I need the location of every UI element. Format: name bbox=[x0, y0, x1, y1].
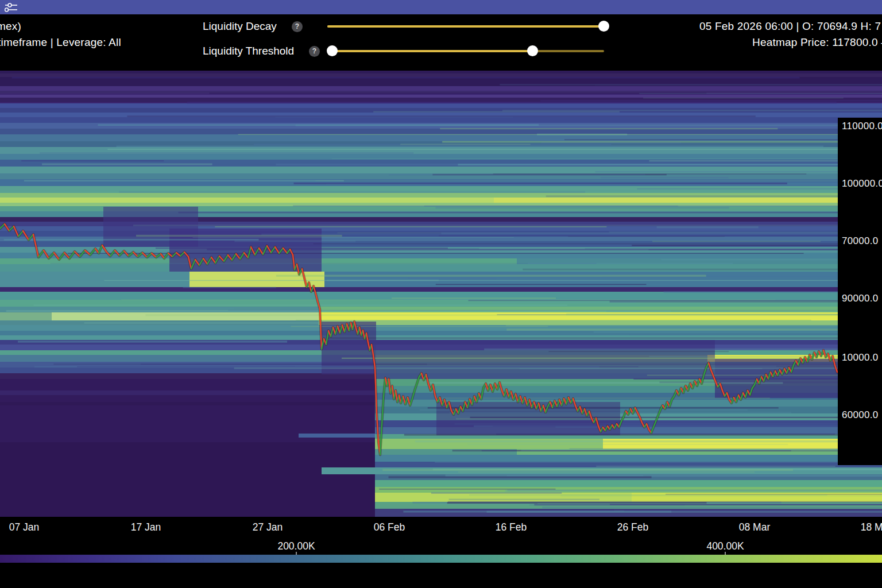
y-axis-label: 10000.0 bbox=[842, 352, 879, 363]
y-axis-label: 110000.0 bbox=[842, 121, 882, 132]
liquidity-decay-label: Liquidity Decay bbox=[203, 20, 277, 33]
x-axis-label: 16 Feb bbox=[496, 521, 527, 533]
liquidity-heatmap-canvas[interactable] bbox=[0, 71, 882, 517]
heatmap-price-readout: Heatmap Price: 117800.0 – bbox=[752, 36, 882, 49]
threshold-track-fill bbox=[332, 50, 532, 52]
y-axis-label: 90000.0 bbox=[842, 293, 879, 304]
y-axis-label: 60000.0 bbox=[842, 409, 879, 421]
decay-help-icon[interactable]: ? bbox=[292, 21, 303, 32]
decay-slider-handle[interactable] bbox=[598, 21, 609, 32]
date-axis: 07 Jan17 Jan27 Jan06 Feb16 Feb26 Feb08 M… bbox=[0, 517, 882, 588]
colorbar-value-label: 200.00K bbox=[277, 540, 315, 552]
x-axis-label: 27 Jan bbox=[253, 521, 283, 533]
x-axis-label: 08 Mar bbox=[739, 521, 770, 533]
chart-header: mex) timeframe | Leverage: All Liquidity… bbox=[0, 14, 882, 71]
liquidity-threshold-label: Liquidity Threshold bbox=[203, 45, 294, 57]
threshold-help-icon[interactable]: ? bbox=[309, 46, 320, 57]
x-axis-label: 18 Mar bbox=[861, 521, 882, 533]
y-axis-label: 70000.0 bbox=[842, 235, 879, 247]
price-axis-panel: 110000.0100000.070000.090000.010000.0600… bbox=[838, 118, 882, 465]
decay-track-fill bbox=[327, 25, 604, 28]
symbol-text: mex) bbox=[0, 20, 21, 33]
y-axis-label: 100000.0 bbox=[842, 178, 882, 189]
liquidity-threshold-slider[interactable] bbox=[327, 50, 604, 52]
threshold-high-handle[interactable] bbox=[527, 45, 538, 56]
x-axis-label: 06 Feb bbox=[374, 521, 405, 533]
colorbar-gradient bbox=[0, 555, 882, 563]
sliders-icon[interactable] bbox=[5, 2, 22, 13]
ohlc-readout: 05 Feb 2026 06:00 | O: 70694.9 H: 7 bbox=[699, 20, 881, 33]
liquidity-decay-slider[interactable] bbox=[327, 25, 604, 28]
window-titlebar bbox=[0, 0, 882, 14]
x-axis-label: 17 Jan bbox=[131, 521, 161, 533]
x-axis-label: 26 Feb bbox=[617, 521, 648, 533]
timeframe-leverage-text: timeframe | Leverage: All bbox=[0, 36, 121, 49]
colorbar-value-label: 400.00K bbox=[706, 540, 744, 552]
liquidation-heatmap-app: mex) timeframe | Leverage: All Liquidity… bbox=[0, 0, 882, 588]
x-axis-label: 07 Jan bbox=[9, 521, 40, 533]
threshold-low-handle[interactable] bbox=[327, 45, 338, 56]
